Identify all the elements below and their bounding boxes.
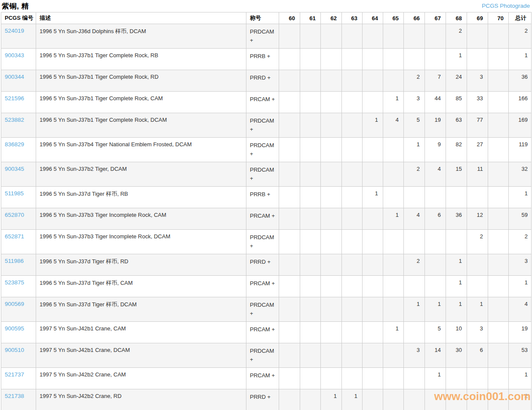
coin-description: 1997 5 Yn Sun-J42b2 Crane, CAM <box>36 368 246 389</box>
table-row: 900510 1997 5 Yn Sun-J42b1 Crane, DCAM P… <box>1 343 532 368</box>
table-row: 523875 1996 5 Yn Sun-J37d Tiger 样币, CAM … <box>1 276 532 297</box>
pcgs-number-link[interactable]: 900510 <box>5 347 24 353</box>
total-count: 1 <box>509 276 532 297</box>
grade-count-65 <box>383 162 404 187</box>
grade-count-61 <box>300 162 321 187</box>
coin-description: 1996 5 Yn Sun-J37d Tiger 样币, CAM <box>36 276 246 297</box>
designation: PRDCAM + <box>246 113 279 138</box>
photograde-link[interactable]: PCGS Photograde <box>482 2 530 9</box>
total-count: 32 <box>509 162 532 187</box>
table-row: 521596 1996 5 Yn Sun-J37b1 Tiger Complet… <box>1 92 532 113</box>
table-row: 511986 1996 5 Yn Sun-J37d Tiger 样币, RD P… <box>1 254 532 276</box>
grade-count-70 <box>488 49 509 70</box>
grade-count-66: 3 <box>404 343 425 368</box>
pcgs-number-link[interactable]: 524019 <box>5 28 24 34</box>
grade-count-60 <box>279 368 300 389</box>
grade-count-67: 14 <box>425 343 446 368</box>
coin-description: 1997 5 Yn Sun-J42b1 Crane, CAM <box>36 322 246 343</box>
pcgs-number-cell: 523882 <box>1 113 36 138</box>
grade-count-63: 1 <box>342 389 363 410</box>
grade-count-69: 6 <box>467 343 488 368</box>
grade-count-70 <box>488 254 509 276</box>
grade-count-63 <box>342 187 363 208</box>
grade-count-68 <box>446 368 467 389</box>
grade-count-61 <box>300 254 321 276</box>
grade-count-66 <box>404 49 425 70</box>
grade-count-60 <box>279 230 300 254</box>
coin-description: 1997 5 Yn Sun-J42b1 Crane, DCAM <box>36 343 246 368</box>
designation: PRDCAM + <box>246 24 279 49</box>
grade-count-69 <box>467 254 488 276</box>
grade-count-70 <box>488 162 509 187</box>
grade-count-68: 24 <box>446 70 467 92</box>
total-count: 1 <box>509 187 532 208</box>
grade-count-65 <box>383 24 404 49</box>
grade-count-69: 77 <box>467 113 488 138</box>
grade-count-66 <box>404 389 425 410</box>
total-count: 1 <box>509 368 532 389</box>
pcgs-number-link[interactable]: 900595 <box>5 325 24 332</box>
pcgs-number-cell: 521737 <box>1 368 36 389</box>
grade-count-61 <box>300 297 321 322</box>
grade-count-64 <box>363 230 383 254</box>
col-header-60: 60 <box>279 12 300 24</box>
grade-count-63 <box>342 113 363 138</box>
grade-count-61 <box>300 343 321 368</box>
grade-count-63 <box>342 230 363 254</box>
grade-count-63 <box>342 70 363 92</box>
grade-count-68: 10 <box>446 322 467 343</box>
grade-count-68 <box>446 389 467 410</box>
pcgs-number-cell: 524019 <box>1 24 36 49</box>
grade-count-63 <box>342 368 363 389</box>
pcgs-number-cell: 900595 <box>1 322 36 343</box>
table-row: 836829 1996 5 Yn Sun-J37b4 Tiger Nationa… <box>1 138 532 162</box>
pcgs-number-link[interactable]: 900344 <box>5 74 24 80</box>
grade-count-62 <box>321 162 342 187</box>
col-header-69: 69 <box>467 12 488 24</box>
grade-count-63 <box>342 138 363 162</box>
pcgs-number-link[interactable]: 523875 <box>5 279 24 286</box>
grade-count-64 <box>363 70 383 92</box>
grade-count-70 <box>488 276 509 297</box>
table-row: 524019 1996 5 Yn Sun-J36d Dolphins 样币, D… <box>1 24 532 49</box>
col-header-62: 62 <box>321 12 342 24</box>
pcgs-number-link[interactable]: 521737 <box>5 371 24 378</box>
pcgs-number-link[interactable]: 511985 <box>5 190 24 197</box>
grade-count-67 <box>425 389 446 410</box>
top-bar: 紫铜, 精 PCGS Photograde <box>0 0 532 12</box>
pcgs-number-link[interactable]: 521738 <box>5 393 24 399</box>
grade-count-66: 4 <box>404 208 425 230</box>
col-header-description: 描述 <box>36 12 246 24</box>
grade-count-64 <box>363 322 383 343</box>
col-header-designation: 称号 <box>246 12 279 24</box>
pcgs-number-link[interactable]: 523882 <box>5 117 24 123</box>
grade-count-61 <box>300 368 321 389</box>
table-row: 523882 1996 5 Yn Sun-J37b1 Tiger Complet… <box>1 113 532 138</box>
grade-count-70 <box>488 24 509 49</box>
grade-count-69: 3 <box>467 322 488 343</box>
pcgs-number-link[interactable]: 900569 <box>5 301 24 307</box>
grade-count-69 <box>467 49 488 70</box>
coin-description: 1996 5 Yn Sun-J37d Tiger 样币, DCAM <box>36 297 246 322</box>
pcgs-number-link[interactable]: 652870 <box>5 212 24 218</box>
pcgs-number-link[interactable]: 521596 <box>5 95 24 102</box>
pcgs-number-cell: 836829 <box>1 138 36 162</box>
pcgs-number-link[interactable]: 652871 <box>5 233 24 240</box>
col-header-68: 68 <box>446 12 467 24</box>
grade-count-70 <box>488 92 509 113</box>
pcgs-number-link[interactable]: 900345 <box>5 166 24 172</box>
pcgs-number-link[interactable]: 836829 <box>5 141 24 148</box>
pcgs-number-link[interactable]: 900343 <box>5 52 24 59</box>
coin-description: 1996 5 Yn Sun-J37b1 Tiger Complete Rock,… <box>36 113 246 138</box>
grade-count-61 <box>300 276 321 297</box>
grade-count-70 <box>488 389 509 410</box>
grade-count-68: 1 <box>446 49 467 70</box>
designation: PRRB + <box>246 49 279 70</box>
pcgs-number-link[interactable]: 511986 <box>5 258 24 264</box>
grade-count-68: 1 <box>446 276 467 297</box>
grade-count-70 <box>488 368 509 389</box>
total-count: 1 <box>509 49 532 70</box>
grade-count-69: 33 <box>467 92 488 113</box>
coin-description: 1997 5 Yn Sun-J42b2 Crane, RD <box>36 389 246 410</box>
grade-count-69 <box>467 276 488 297</box>
